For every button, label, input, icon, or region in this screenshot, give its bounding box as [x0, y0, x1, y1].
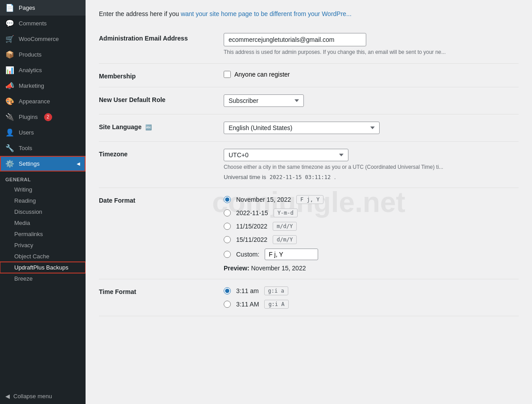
- sidebar-subitem-updraftplus[interactable]: UpdraftPlus Backups: [0, 262, 86, 273]
- plugins-badge: 2: [44, 113, 52, 121]
- time-format-badge-0: g:i a: [264, 286, 288, 295]
- sidebar-subitem-writing[interactable]: Writing: [0, 184, 86, 195]
- sidebar-label-marketing: Marketing: [19, 82, 44, 89]
- sidebar-item-analytics[interactable]: 📊 Analytics: [0, 62, 86, 78]
- sidebar-label-products: Products: [19, 51, 41, 58]
- collapse-menu-button[interactable]: ◀ Collapse menu: [0, 388, 86, 404]
- time-format-label: Time Format: [99, 286, 215, 295]
- time-format-badge-1: g:i A: [264, 300, 288, 309]
- time-format-radio-0[interactable]: [224, 287, 231, 294]
- sidebar-label-pages: Pages: [19, 4, 35, 11]
- date-format-option-0: November 15, 2022 F j, Y: [224, 195, 519, 204]
- sidebar-nav: 📄 Pages 💬 Comments 🛒 WooCommerce 📦 Produ…: [0, 0, 86, 171]
- date-format-option-3: 15/11/2022 d/m/Y: [224, 235, 519, 244]
- membership-label: Membership: [99, 71, 215, 80]
- language-icon: 🔤: [145, 124, 152, 131]
- top-desc-link[interactable]: want your site home page to be different…: [181, 10, 352, 17]
- date-preview-value: November 15, 2022: [251, 265, 306, 272]
- pages-icon: 📄: [5, 4, 14, 12]
- timezone-control: UTC+0 Choose either a city in the same t…: [224, 149, 519, 180]
- date-format-radio-3[interactable]: [224, 236, 231, 243]
- membership-row: Membership Anyone can register: [99, 64, 519, 87]
- membership-checkbox-label[interactable]: Anyone can register: [224, 71, 519, 78]
- sidebar-label-settings: Settings: [19, 160, 40, 167]
- sidebar-item-tools[interactable]: 🔧 Tools: [0, 140, 86, 156]
- woocommerce-icon: 🛒: [5, 35, 14, 43]
- date-format-badge-3: d/m/Y: [273, 235, 297, 244]
- date-format-badge-2: m/d/Y: [273, 222, 297, 231]
- users-icon: 👤: [5, 128, 14, 137]
- sidebar-subitem-object-cache[interactable]: Object Cache: [0, 251, 86, 262]
- time-format-radio-group: 3:11 am g:i a 3:11 AM g:i A: [224, 286, 519, 309]
- date-format-option-2: 11/15/2022 m/d/Y: [224, 222, 519, 231]
- admin-email-input[interactable]: [224, 33, 366, 46]
- date-format-radio-custom[interactable]: [224, 251, 231, 258]
- admin-email-row: Administration Email Address This addres…: [99, 26, 519, 64]
- submenu-section-label: General: [0, 171, 86, 184]
- date-preview-label: Preview:: [224, 265, 250, 272]
- sidebar-submenu: WritingReadingDiscussionMediaPermalinksP…: [0, 184, 86, 284]
- date-format-radio-0[interactable]: [224, 196, 231, 203]
- timezone-select[interactable]: UTC+0: [224, 149, 348, 161]
- date-format-badge-0: F j, Y: [296, 195, 323, 204]
- sidebar-subitem-reading[interactable]: Reading: [0, 195, 86, 206]
- site-language-row: Site Language 🔤 English (United States): [99, 114, 519, 142]
- analytics-icon: 📊: [5, 66, 14, 74]
- sidebar-label-appearance: Appearance: [19, 98, 50, 105]
- membership-checkbox-text: Anyone can register: [234, 71, 290, 78]
- date-format-label-1: 2022-11-15: [236, 209, 268, 216]
- sidebar-item-comments[interactable]: 💬 Comments: [0, 16, 86, 31]
- sidebar-item-pages[interactable]: 📄 Pages: [0, 0, 86, 16]
- admin-email-desc: This address is used for admin purposes.…: [224, 48, 519, 56]
- sidebar-subitem-breeze[interactable]: Breeze: [0, 273, 86, 284]
- anyone-can-register-checkbox[interactable]: [224, 71, 231, 78]
- site-language-select[interactable]: English (United States): [224, 122, 380, 134]
- new-user-role-select[interactable]: SubscriberContributorAuthorEditorAdminis…: [224, 94, 304, 107]
- time-format-option-0: 3:11 am g:i a: [224, 286, 519, 295]
- sidebar-item-users[interactable]: 👤 Users: [0, 125, 86, 140]
- admin-email-control: This address is used for admin purposes.…: [224, 33, 519, 56]
- date-format-option-4: Custom:: [224, 249, 519, 260]
- new-user-role-row: New User Default Role SubscriberContribu…: [99, 87, 519, 114]
- timezone-row: Timezone UTC+0 Choose either a city in t…: [99, 142, 519, 188]
- date-format-label: Date Format: [99, 195, 215, 204]
- date-format-custom-input[interactable]: [265, 249, 318, 260]
- sidebar-label-analytics: Analytics: [19, 67, 42, 73]
- sidebar-label-users: Users: [19, 129, 34, 136]
- main-content: comjungle.net Enter the address here if …: [86, 0, 532, 404]
- timezone-label: Timezone: [99, 149, 215, 158]
- sidebar-subitem-media[interactable]: Media: [0, 217, 86, 229]
- marketing-icon: 📣: [5, 82, 14, 90]
- sidebar-subitem-permalinks[interactable]: Permalinks: [0, 229, 86, 240]
- comments-icon: 💬: [5, 19, 14, 28]
- sidebar-label-woocommerce: WooCommerce: [19, 36, 59, 42]
- date-format-radio-2[interactable]: [224, 223, 231, 230]
- collapse-icon: ◀: [5, 393, 10, 400]
- sidebar-label-tools: Tools: [19, 145, 32, 151]
- admin-email-label: Administration Email Address: [99, 33, 215, 42]
- date-format-option-1: 2022-11-15 Y-m-d: [224, 208, 519, 217]
- settings-icon: ⚙️: [5, 159, 14, 168]
- date-format-row: Date Format November 15, 2022 F j, Y 202…: [99, 188, 519, 279]
- date-format-label-3: 15/11/2022: [236, 236, 267, 243]
- time-format-radio-1[interactable]: [224, 301, 231, 308]
- site-language-label: Site Language 🔤: [99, 122, 215, 131]
- time-format-option-1: 3:11 AM g:i A: [224, 300, 519, 309]
- sidebar-subitem-privacy[interactable]: Privacy: [0, 240, 86, 251]
- timezone-time: 2022-11-15 03:11:12: [268, 174, 332, 181]
- sidebar-item-woocommerce[interactable]: 🛒 WooCommerce: [0, 31, 86, 47]
- sidebar-label-comments: Comments: [19, 20, 47, 27]
- new-user-role-control: SubscriberContributorAuthorEditorAdminis…: [224, 94, 519, 107]
- date-format-radio-group: November 15, 2022 F j, Y 2022-11-15 Y-m-…: [224, 195, 519, 260]
- date-format-radio-1[interactable]: [224, 209, 231, 216]
- new-user-role-label: New User Default Role: [99, 94, 215, 103]
- top-description: Enter the address here if you want your …: [99, 9, 519, 19]
- sidebar: 📄 Pages 💬 Comments 🛒 WooCommerce 📦 Produ…: [0, 0, 86, 404]
- sidebar-subitem-discussion[interactable]: Discussion: [0, 206, 86, 217]
- sidebar-item-plugins[interactable]: 🔌 Plugins 2: [0, 109, 86, 125]
- sidebar-item-products[interactable]: 📦 Products: [0, 47, 86, 62]
- sidebar-item-appearance[interactable]: 🎨 Appearance: [0, 94, 86, 109]
- sidebar-item-marketing[interactable]: 📣 Marketing: [0, 78, 86, 94]
- sidebar-item-settings[interactable]: ⚙️ Settings ◀: [0, 156, 86, 171]
- date-format-label-2: 11/15/2022: [236, 223, 267, 230]
